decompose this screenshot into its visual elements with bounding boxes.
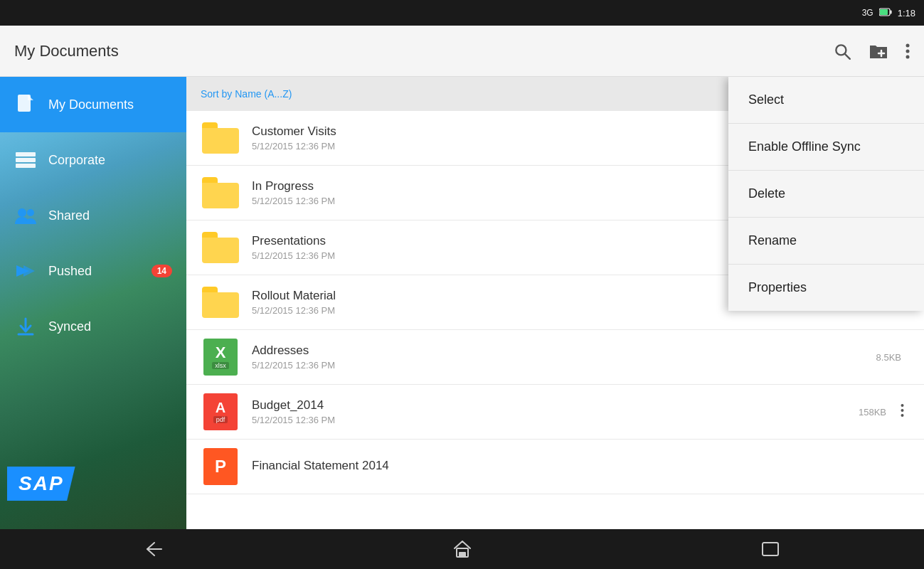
top-bar-actions <box>833 42 910 60</box>
file-name: Financial Statement 2014 <box>252 459 910 473</box>
file-size: 8.5KB <box>876 352 901 363</box>
svg-point-23 <box>901 404 904 407</box>
svg-rect-2 <box>880 9 888 15</box>
file-date: 5/12/2015 12:36 PM <box>252 415 859 425</box>
download-icon <box>14 317 37 336</box>
sidebar-item-label: Corporate <box>48 153 105 168</box>
svg-rect-12 <box>16 158 36 162</box>
file-name: Budget_2014 <box>252 398 859 413</box>
svg-point-8 <box>906 49 910 53</box>
sidebar-item-label: Synced <box>48 319 91 334</box>
file-icon: P <box>201 448 240 485</box>
sidebar-item-my-documents[interactable]: My Documents <box>0 77 186 132</box>
layers-icon <box>14 152 37 168</box>
sidebar-item-label: Shared <box>48 208 90 223</box>
search-button[interactable] <box>833 42 851 60</box>
nav-bar <box>0 529 924 569</box>
sap-logo-area: SAP <box>7 467 75 501</box>
time-display: 1:18 <box>898 8 915 18</box>
context-menu-properties[interactable]: Properties <box>728 265 924 311</box>
home-button[interactable] <box>453 540 472 558</box>
svg-point-25 <box>901 414 904 417</box>
sidebar-item-shared[interactable]: Shared <box>0 188 186 243</box>
file-info: Addresses 5/12/2015 12:36 PM <box>252 344 876 371</box>
top-bar: My Documents <box>0 26 924 77</box>
sidebar-item-label: Pushed <box>48 264 92 279</box>
file-info: Budget_2014 5/12/2015 12:36 PM <box>252 398 859 425</box>
svg-rect-11 <box>16 152 36 156</box>
svg-rect-13 <box>16 164 36 168</box>
svg-rect-1 <box>890 10 891 14</box>
context-menu: Select Enable Offline Sync Delete Rename… <box>728 77 924 311</box>
sidebar-item-label: My Documents <box>48 97 134 112</box>
battery-icon <box>879 8 892 18</box>
context-menu-rename[interactable]: Rename <box>728 218 924 265</box>
file-info: Financial Statement 2014 <box>252 459 910 475</box>
sidebar-item-corporate[interactable]: Corporate <box>0 132 186 188</box>
file-icon <box>201 229 240 266</box>
sidebar-nav: My Documents Corporate <box>0 77 186 354</box>
file-name: Addresses <box>252 344 876 358</box>
svg-point-24 <box>901 409 904 412</box>
back-button[interactable] <box>144 541 164 557</box>
context-menu-enable-offline-sync[interactable]: Enable Offline Sync <box>728 124 924 171</box>
sidebar-item-synced[interactable]: Synced <box>0 299 186 354</box>
context-menu-delete[interactable]: Delete <box>728 171 924 218</box>
sidebar-item-pushed[interactable]: Pushed 14 <box>0 243 186 299</box>
sap-logo: SAP <box>7 467 75 501</box>
sort-label[interactable]: Sort by Name (A...Z) <box>201 88 292 100</box>
status-bar: 3G 1:18 <box>0 0 924 26</box>
page-title: My Documents <box>14 42 833 60</box>
file-icon <box>201 284 240 321</box>
file-icon: A pdf <box>201 393 240 430</box>
svg-point-9 <box>906 55 910 58</box>
content-area: Sort by Name (A...Z) Customer Visits 5/1… <box>186 77 924 529</box>
svg-point-7 <box>906 43 910 47</box>
signal-icon: 3G <box>862 8 873 18</box>
sidebar: My Documents Corporate <box>0 77 186 529</box>
push-icon <box>14 262 37 280</box>
pushed-badge: 14 <box>152 265 172 277</box>
recent-apps-button[interactable] <box>761 541 780 557</box>
svg-line-4 <box>845 53 850 58</box>
svg-point-14 <box>18 208 26 217</box>
file-icon <box>201 119 240 156</box>
file-icon <box>201 174 240 211</box>
table-row[interactable]: A pdf Budget_2014 5/12/2015 12:36 PM 158… <box>186 385 924 440</box>
people-icon <box>14 207 37 224</box>
table-row[interactable]: X xlsx Addresses 5/12/2015 12:36 PM 8.5K… <box>186 330 924 385</box>
more-options-button[interactable] <box>906 43 910 60</box>
svg-rect-28 <box>460 553 465 557</box>
document-icon <box>14 95 37 115</box>
svg-rect-29 <box>763 543 778 555</box>
new-folder-button[interactable] <box>869 42 888 60</box>
file-icon: X xlsx <box>201 339 240 376</box>
file-date: 5/12/2015 12:36 PM <box>252 360 876 371</box>
context-menu-select[interactable]: Select <box>728 77 924 124</box>
svg-point-15 <box>27 209 34 216</box>
file-size: 158KB <box>859 407 886 418</box>
svg-marker-17 <box>23 265 35 277</box>
more-options-button[interactable] <box>895 400 910 424</box>
main-area: My Documents Corporate <box>0 77 924 529</box>
table-row[interactable]: P Financial Statement 2014 <box>186 440 924 494</box>
